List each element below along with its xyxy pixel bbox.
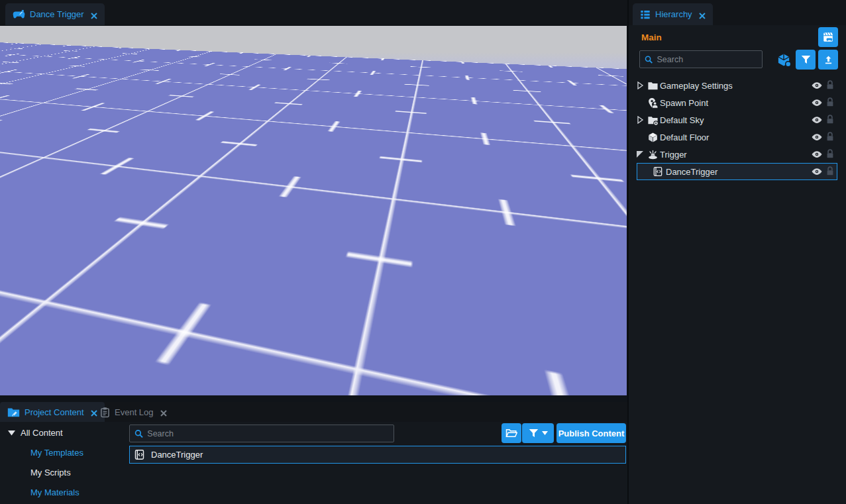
expand-caret-icon[interactable] bbox=[636, 116, 644, 124]
expand-caret-icon[interactable] bbox=[636, 81, 644, 89]
visibility-eye-icon[interactable] bbox=[811, 97, 823, 109]
sidebar-item-all-content[interactable]: All Content bbox=[8, 428, 63, 438]
tree-row-label: Trigger bbox=[660, 150, 687, 160]
open-folder-button[interactable] bbox=[502, 423, 521, 443]
sidebar-label: My Templates bbox=[30, 448, 83, 458]
hierarchy-filter-button[interactable] bbox=[796, 50, 816, 70]
tree-row-dancetrigger[interactable]: DanceTrigger bbox=[637, 163, 837, 180]
sidebar-item-my-templates[interactable]: My Templates bbox=[30, 448, 83, 458]
lock-icon[interactable] bbox=[825, 148, 835, 160]
content-search-input[interactable] bbox=[147, 429, 389, 438]
tree-row-trigger[interactable]: Trigger bbox=[629, 146, 846, 163]
tab-event-log[interactable]: Event Log bbox=[93, 402, 174, 422]
visibility-eye-icon[interactable] bbox=[811, 114, 823, 126]
folder-badge-icon bbox=[647, 115, 659, 126]
cube-icon bbox=[647, 132, 659, 143]
project-content-icon bbox=[7, 407, 20, 417]
tree-row-gameplay-settings[interactable]: Gameplay Settings bbox=[629, 77, 846, 94]
asset-label: DanceTrigger bbox=[151, 450, 203, 460]
tree-row-label: Spawn Point bbox=[660, 98, 708, 108]
close-icon[interactable] bbox=[160, 409, 167, 415]
hierarchy-icon bbox=[640, 9, 651, 20]
asset-row-dancetrigger[interactable]: DanceTrigger bbox=[129, 446, 626, 464]
tree-row-label: Gameplay Settings bbox=[660, 81, 733, 91]
filter-icon bbox=[529, 428, 539, 438]
folder-icon bbox=[647, 80, 659, 91]
tree-row-label: Default Sky bbox=[660, 115, 704, 125]
tab-hierarchy[interactable]: Hierarchy bbox=[633, 3, 713, 25]
caret-down-icon bbox=[542, 431, 548, 435]
script-icon bbox=[653, 166, 664, 177]
lock-icon[interactable] bbox=[825, 166, 835, 177]
close-icon[interactable] bbox=[699, 11, 706, 18]
tab-label: Event Log bbox=[115, 407, 154, 417]
visibility-eye-icon[interactable] bbox=[811, 79, 823, 91]
filter-icon bbox=[801, 55, 811, 64]
upload-icon bbox=[823, 54, 834, 66]
sidebar-label: My Materials bbox=[30, 487, 79, 497]
visibility-eye-icon[interactable] bbox=[811, 131, 823, 143]
event-log-icon bbox=[100, 407, 110, 418]
scene-icon bbox=[822, 31, 834, 43]
folder-open-icon bbox=[505, 428, 517, 438]
tree-row-spawn-point[interactable]: Spawn Point bbox=[629, 94, 846, 111]
collapse-caret-icon[interactable] bbox=[636, 150, 644, 158]
publish-content-button[interactable]: Publish Content bbox=[556, 423, 626, 443]
trigger-icon bbox=[647, 149, 659, 160]
caret-down-icon bbox=[8, 430, 15, 436]
tree-row-label: Default Floor bbox=[660, 132, 709, 142]
visibility-eye-icon[interactable] bbox=[811, 148, 823, 160]
sidebar-item-my-materials[interactable]: My Materials bbox=[30, 487, 79, 497]
lock-icon[interactable] bbox=[825, 114, 835, 126]
gamepad-wrench-icon bbox=[13, 9, 25, 19]
sidebar-label: My Scripts bbox=[30, 468, 71, 478]
tree-row-default-floor[interactable]: Default Floor bbox=[629, 128, 846, 146]
left-column: Dance Trigger bbox=[0, 0, 627, 504]
search-icon bbox=[134, 429, 143, 438]
sidebar-label: All Content bbox=[21, 428, 63, 438]
close-icon[interactable] bbox=[91, 11, 97, 18]
hierarchy-panel: Hierarchy Main bbox=[627, 0, 846, 504]
hierarchy-search[interactable] bbox=[639, 50, 763, 68]
sidebar-item-my-scripts[interactable]: My Scripts bbox=[30, 468, 71, 478]
lock-icon[interactable] bbox=[825, 131, 835, 143]
hierarchy-tabbar: Hierarchy bbox=[629, 0, 846, 25]
tab-dance-trigger[interactable]: Dance Trigger bbox=[5, 3, 105, 25]
lock-icon[interactable] bbox=[825, 97, 835, 109]
tab-project-content[interactable]: Project Content bbox=[0, 402, 105, 422]
networked-cube-icon[interactable] bbox=[776, 52, 792, 68]
scene-settings-button[interactable] bbox=[818, 27, 838, 47]
lock-icon[interactable] bbox=[825, 79, 835, 91]
content-search[interactable] bbox=[129, 425, 394, 442]
tab-label: Hierarchy bbox=[655, 9, 692, 19]
bottom-tabbar: Project Content Event Log bbox=[0, 402, 627, 422]
content-filter-button[interactable] bbox=[522, 423, 554, 443]
scene-name-label: Main bbox=[641, 32, 662, 42]
visibility-eye-icon[interactable] bbox=[811, 166, 823, 177]
hierarchy-tree: Gameplay Settings Spawn Point bbox=[629, 77, 846, 180]
tab-label: Dance Trigger bbox=[30, 9, 84, 19]
tree-row-label: DanceTrigger bbox=[666, 167, 717, 177]
scene-viewport[interactable]: Z X Y bbox=[0, 25, 627, 395]
spawn-point-icon bbox=[647, 97, 659, 109]
export-button[interactable] bbox=[818, 50, 838, 70]
hierarchy-search-input[interactable] bbox=[657, 55, 757, 64]
script-icon bbox=[134, 449, 145, 460]
search-icon bbox=[645, 55, 653, 64]
tab-label: Project Content bbox=[25, 407, 84, 417]
tree-row-default-sky[interactable]: Default Sky bbox=[629, 111, 846, 128]
main-tabbar: Dance Trigger bbox=[0, 0, 627, 25]
